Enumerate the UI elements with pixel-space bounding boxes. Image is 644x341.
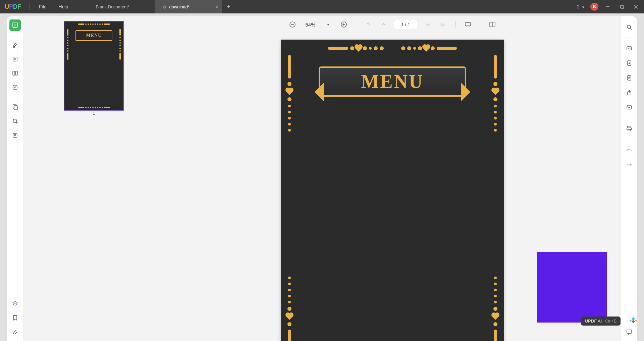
print-button[interactable] <box>624 123 635 134</box>
organize-tool[interactable] <box>9 101 21 113</box>
redo-button[interactable] <box>624 159 635 170</box>
close-window-button[interactable] <box>631 2 641 11</box>
menu-file[interactable]: File <box>33 4 53 9</box>
tooltip-shortcut: Ctrl+E <box>605 319 616 324</box>
page-thumbnail[interactable]: MENU 1 <box>64 21 124 116</box>
svg-rect-14 <box>15 71 17 75</box>
tab-blank-document[interactable]: Blank Document* <box>88 0 155 13</box>
next-page-button[interactable] <box>423 19 433 30</box>
menu-banner: MENU <box>319 66 466 107</box>
toolbar-separator <box>626 139 633 139</box>
svg-rect-36 <box>629 78 630 79</box>
pages-tool[interactable] <box>9 67 21 79</box>
toolbar-separator <box>12 35 18 35</box>
tab-download[interactable]: ⊘ download* × <box>155 0 222 13</box>
layers-tool[interactable] <box>9 298 21 309</box>
attachment-tool[interactable] <box>9 326 21 338</box>
updf-ai-button[interactable] <box>629 315 638 325</box>
ocr-button[interactable]: OCR <box>624 43 635 54</box>
svg-text:OCR: OCR <box>627 48 632 50</box>
zoom-level: 54% <box>303 22 318 28</box>
minimize-button[interactable] <box>603 2 612 11</box>
divider <box>29 3 30 10</box>
page-input[interactable] <box>394 20 418 29</box>
zoom-out-button[interactable] <box>287 19 298 30</box>
chevron-down-icon: ▾ <box>582 5 584 9</box>
nosave-icon: ⊘ <box>163 4 166 9</box>
thumb-page-number: 1 <box>64 111 124 116</box>
user-avatar[interactable]: B <box>590 3 598 11</box>
maximize-button[interactable] <box>617 2 627 11</box>
banner-text: MENU <box>361 71 424 92</box>
svg-rect-18 <box>13 133 17 137</box>
toolbar-separator <box>455 21 456 28</box>
document-page[interactable]: MENU <box>281 40 504 341</box>
reader-tool[interactable] <box>9 19 21 31</box>
zoom-in-button[interactable] <box>338 19 349 30</box>
toolbar-separator <box>480 21 480 28</box>
svg-rect-17 <box>14 106 17 110</box>
toolbar-separator <box>356 21 356 28</box>
thumb-banner-text: MENU <box>86 33 102 38</box>
export-button[interactable] <box>624 57 635 69</box>
form-tool[interactable] <box>9 82 21 93</box>
last-page-button[interactable] <box>438 19 449 30</box>
page-display-button[interactable] <box>487 19 498 30</box>
app-logo: UPDF <box>0 3 26 10</box>
search-button[interactable] <box>624 21 635 33</box>
prev-page-button[interactable] <box>378 19 389 30</box>
svg-rect-2 <box>621 6 624 8</box>
open-files-count[interactable]: 2 ▾ <box>577 4 586 9</box>
svg-rect-28 <box>493 22 495 27</box>
svg-rect-42 <box>627 330 632 333</box>
close-tab-icon[interactable]: × <box>216 4 218 9</box>
new-tab-button[interactable]: + <box>222 0 235 13</box>
toolbar-separator <box>12 97 18 97</box>
bookmark-tool[interactable] <box>9 312 21 324</box>
svg-rect-39 <box>628 126 631 128</box>
canvas-toolbar: 54% ▼ <box>164 16 621 33</box>
svg-rect-13 <box>13 71 15 75</box>
svg-point-30 <box>627 25 631 29</box>
first-page-button[interactable] <box>363 19 374 30</box>
presentation-button[interactable] <box>463 19 473 30</box>
svg-rect-27 <box>490 22 492 27</box>
menu-help[interactable]: Help <box>53 4 74 9</box>
edit-tool[interactable] <box>9 53 21 65</box>
email-button[interactable] <box>624 102 635 113</box>
svg-rect-24 <box>465 22 471 26</box>
comments-button[interactable] <box>624 326 635 338</box>
svg-rect-40 <box>627 128 632 130</box>
highlight-tool[interactable] <box>9 39 21 51</box>
tooltip-label: UPDF AI <box>585 319 602 324</box>
crop-tool[interactable] <box>9 115 21 127</box>
svg-rect-35 <box>628 76 631 80</box>
tab-label: download* <box>169 4 190 9</box>
undo-button[interactable] <box>624 144 635 155</box>
svg-rect-38 <box>627 106 632 109</box>
zoom-dropdown[interactable]: ▼ <box>323 19 334 30</box>
compress-tool[interactable] <box>9 130 21 141</box>
updf-ai-tooltip: UPDF AI Ctrl+E <box>581 316 621 326</box>
toolbar-separator <box>626 118 633 118</box>
thumbnail-panel: MENU 1 <box>23 16 164 341</box>
toolbar-separator <box>626 38 633 38</box>
share-button[interactable] <box>624 87 635 98</box>
svg-rect-10 <box>13 57 17 61</box>
svg-line-31 <box>630 28 632 30</box>
protect-button[interactable] <box>624 72 635 84</box>
tab-label: Blank Document* <box>96 4 129 9</box>
